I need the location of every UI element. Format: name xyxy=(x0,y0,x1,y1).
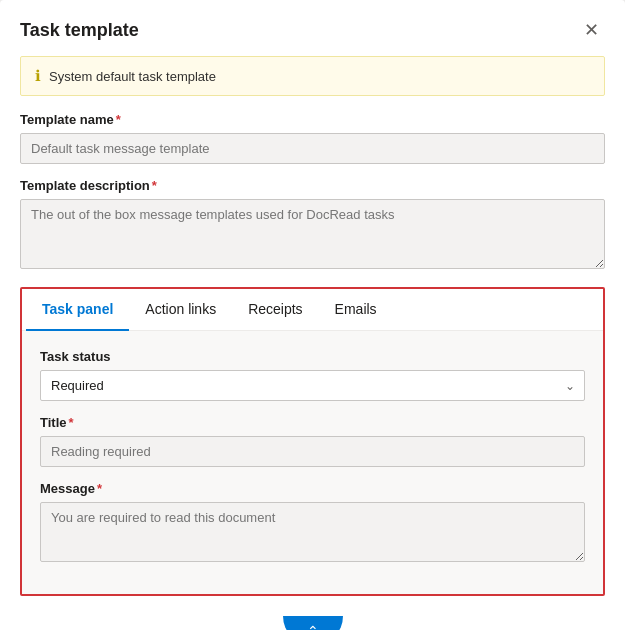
task-status-label: Task status xyxy=(40,349,585,364)
close-button[interactable]: ✕ xyxy=(577,16,605,44)
task-status-select[interactable]: Required Optional Mandatory xyxy=(40,370,585,401)
tab-action-links[interactable]: Action links xyxy=(129,289,232,331)
dialog-bottom: ⌃ xyxy=(0,616,625,630)
tabs-container: Task panel Action links Receipts Emails … xyxy=(20,287,605,596)
template-description-field: Template description* xyxy=(20,178,605,273)
template-name-input[interactable] xyxy=(20,133,605,164)
info-icon: ℹ xyxy=(35,67,41,85)
template-description-input[interactable] xyxy=(20,199,605,269)
message-label: Message* xyxy=(40,481,585,496)
info-banner: ℹ System default task template xyxy=(20,56,605,96)
title-field: Title* xyxy=(40,415,585,467)
message-input[interactable] xyxy=(40,502,585,562)
task-template-dialog: Task template ✕ ℹ System default task te… xyxy=(0,0,625,630)
tab-content-task-panel: Task status Required Optional Mandatory … xyxy=(22,330,603,594)
required-star: * xyxy=(116,112,121,127)
template-name-field: Template name* xyxy=(20,112,605,164)
close-icon: ✕ xyxy=(584,19,599,41)
template-description-label: Template description* xyxy=(20,178,605,193)
dialog-header: Task template ✕ xyxy=(0,0,625,56)
tabs-header: Task panel Action links Receipts Emails xyxy=(22,289,603,330)
task-status-field: Task status Required Optional Mandatory … xyxy=(40,349,585,401)
required-star-desc: * xyxy=(152,178,157,193)
tab-emails[interactable]: Emails xyxy=(319,289,393,331)
template-name-label: Template name* xyxy=(20,112,605,127)
required-star-title: * xyxy=(69,415,74,430)
required-star-message: * xyxy=(97,481,102,496)
banner-text: System default task template xyxy=(49,69,216,84)
title-input[interactable] xyxy=(40,436,585,467)
tab-receipts[interactable]: Receipts xyxy=(232,289,318,331)
title-label: Title* xyxy=(40,415,585,430)
scroll-up-button[interactable]: ⌃ xyxy=(283,616,343,630)
chevron-up-icon: ⌃ xyxy=(307,623,319,630)
dialog-title: Task template xyxy=(20,20,139,41)
message-field: Message* xyxy=(40,481,585,566)
task-status-select-wrapper: Required Optional Mandatory ⌄ xyxy=(40,370,585,401)
dialog-body: ℹ System default task template Template … xyxy=(0,56,625,616)
tab-task-panel[interactable]: Task panel xyxy=(26,289,129,331)
